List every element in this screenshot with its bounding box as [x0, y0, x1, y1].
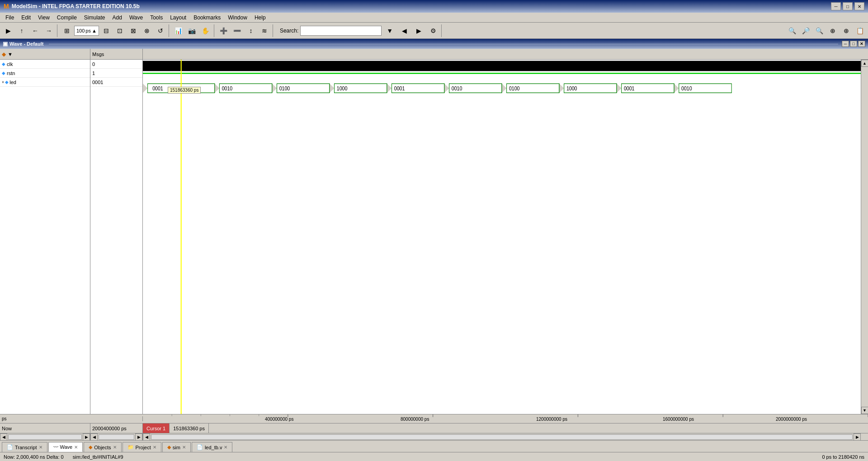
menu-bookmarks[interactable]: Bookmarks — [190, 14, 224, 22]
toolbar-zoom-plus-btn[interactable]: 🔍 — [813, 24, 826, 37]
menu-simulate[interactable]: Simulate — [80, 14, 109, 22]
waveform-svg-container[interactable]: 0001 0010 0100 1000 — [143, 60, 861, 414]
toolbar-zoom-in-btn[interactable]: ➕ — [217, 24, 230, 37]
h-scroll-right-arrow2[interactable]: ▶ — [135, 433, 142, 441]
wave-tab-label: Wave — [60, 444, 73, 450]
menu-edit[interactable]: Edit — [18, 14, 34, 22]
scroll-down-arrow[interactable]: ▼ — [861, 407, 868, 414]
h-scroll-left-arrow2[interactable]: ◀ — [90, 433, 98, 441]
toolbar-back-btn[interactable]: ← — [29, 24, 42, 37]
search-down-btn[interactable]: ▼ — [383, 24, 396, 37]
rstn-diamond-icon: ◆ — [2, 71, 5, 75]
toolbar-zoom-out-btn[interactable]: ➖ — [231, 24, 244, 37]
led-tb-label: led_tb.v — [205, 445, 222, 450]
toolbar-run-all-btn[interactable]: ⊟ — [100, 24, 113, 37]
search-input[interactable] — [300, 26, 382, 36]
close-button[interactable]: ✕ — [854, 2, 864, 10]
menu-help[interactable]: Help — [251, 14, 269, 22]
signal-row-clk[interactable]: ◆ clk — [0, 60, 90, 69]
toolbar-run-btn[interactable]: ▶ — [2, 24, 14, 37]
search-options-btn[interactable]: ⚙ — [427, 24, 439, 37]
h-scroll-main-track[interactable] — [151, 434, 853, 440]
objects-close[interactable]: ✕ — [113, 445, 117, 450]
minimize-button[interactable]: ─ — [831, 2, 841, 10]
toolbar-wave-btn[interactable]: 📊 — [172, 24, 185, 37]
menu-tools[interactable]: Tools — [146, 14, 166, 22]
wave-minimize-btn[interactable]: ─ — [842, 41, 849, 47]
led-tb-close[interactable]: ✕ — [224, 445, 227, 450]
led-expand-icon[interactable]: + — [2, 80, 4, 85]
toolbar-restart-btn[interactable]: ↑ — [15, 24, 28, 37]
toolbar-pause-btn[interactable]: ⊠ — [127, 24, 140, 37]
toolbar-cursor2-btn[interactable]: ⊕ — [826, 24, 839, 37]
status-sim-path: sim:/led_tb/#INITIAL#9 — [73, 454, 123, 460]
toolbar-reset-btn[interactable]: ↺ — [154, 24, 167, 37]
objects-label: Objects — [94, 445, 111, 450]
time-arrow[interactable]: ▲ — [92, 28, 97, 33]
toolbar-cursor3-btn[interactable]: ⊕ — [840, 24, 853, 37]
now-value-section: 2000400000 ps — [90, 423, 143, 433]
maximize-button[interactable]: □ — [843, 2, 853, 10]
led-diamond-icon: ◆ — [5, 80, 9, 85]
h-scroll-main-left[interactable]: ◀ — [143, 433, 150, 441]
project-icon: 📁 — [127, 444, 134, 450]
h-scroll-right-arrow-l[interactable]: ▶ — [83, 433, 90, 441]
toolbar-stop-btn[interactable]: ⊗ — [141, 24, 153, 37]
menu-file[interactable]: File — [2, 14, 18, 22]
toolbar-run-cont-btn[interactable]: ⊡ — [113, 24, 126, 37]
wave-tab-close[interactable]: ✕ — [74, 445, 78, 450]
signal-row-rstn[interactable]: ◆ rstn — [0, 69, 90, 78]
menu-bar: File Edit View Compile Simulate Add Wave… — [0, 13, 868, 23]
h-scroll-mid-track[interactable] — [99, 434, 134, 440]
transcript-close[interactable]: ✕ — [39, 445, 42, 450]
now-value: 2000400000 ps — [92, 426, 127, 431]
toolbar-report-btn[interactable]: 📋 — [854, 24, 866, 37]
tab-wave[interactable]: 〰 Wave ✕ — [48, 442, 83, 452]
toolbar-snap-btn[interactable]: 📷 — [186, 24, 198, 37]
h-scrollbar[interactable]: ◀ ▶ ◀ ▶ ◀ ▶ — [0, 433, 868, 440]
signal-row-led[interactable]: + ◆ led — [0, 78, 90, 87]
wave-close-btn[interactable]: ✕ — [858, 41, 865, 47]
menu-compile[interactable]: Compile — [53, 14, 80, 22]
led-wave-group: 0001 0010 0100 1000 — [143, 84, 861, 93]
toolbar-step-btn[interactable]: ⊞ — [61, 24, 73, 37]
toolbar-forward-btn[interactable]: → — [42, 24, 55, 37]
rstn-value: 1 — [92, 71, 95, 76]
timeline-left: ps — [0, 416, 143, 421]
toolbar-hand-btn[interactable]: ✋ — [199, 24, 212, 37]
sim-close[interactable]: ✕ — [182, 445, 186, 450]
search-next-btn[interactable]: ▶ — [412, 24, 425, 37]
status-bar: Now: 2,000,400 ns Delta: 0 sim:/led_tb/#… — [0, 452, 868, 461]
wave-maximize-btn[interactable]: □ — [850, 41, 857, 47]
group-arrow[interactable]: ▼ — [8, 52, 13, 57]
svg-text:1000: 1000 — [337, 85, 348, 91]
h-scroll-main-right[interactable]: ▶ — [854, 433, 861, 441]
scroll-track-vert[interactable] — [862, 67, 868, 407]
cursor-tooltip: 151863360 ps — [168, 87, 201, 94]
clk-value: 0 — [92, 61, 95, 67]
transcript-label: Transcript — [15, 445, 37, 450]
h-scroll-left-section: ◀ ▶ — [0, 433, 90, 441]
right-scrollbar[interactable]: ▲ ▼ — [861, 60, 868, 414]
timeline-label-1200: 1200000000 ps — [536, 417, 567, 422]
menu-wave[interactable]: Wave — [126, 14, 146, 22]
search-prev-btn[interactable]: ◀ — [398, 24, 410, 37]
toolbar-cursor-btn[interactable]: ↕ — [245, 24, 257, 37]
h-scroll-left-arrow[interactable]: ◀ — [0, 433, 7, 441]
toolbar-signal-btn[interactable]: ≋ — [258, 24, 271, 37]
tab-objects[interactable]: ◆ Objects ✕ — [84, 442, 121, 452]
tab-led-tb[interactable]: 📄 led_tb.v ✕ — [192, 442, 233, 452]
tab-transcript[interactable]: 📄 Transcript ✕ — [2, 442, 47, 452]
toolbar-zoom-full-btn[interactable]: 🔍 — [786, 24, 798, 37]
toolbar-zoom-minus-btn[interactable]: 🔎 — [799, 24, 812, 37]
menu-view[interactable]: View — [34, 14, 53, 22]
tab-sim[interactable]: ◆ sim ✕ — [162, 442, 191, 452]
menu-window[interactable]: Window — [224, 14, 251, 22]
tab-project[interactable]: 📁 Project ✕ — [123, 442, 161, 452]
scroll-up-arrow[interactable]: ▲ — [861, 60, 868, 67]
h-scroll-left-track[interactable] — [8, 434, 82, 440]
project-close[interactable]: ✕ — [153, 445, 156, 450]
msgs-header: Msgs — [90, 49, 143, 59]
menu-layout[interactable]: Layout — [166, 14, 190, 22]
menu-add[interactable]: Add — [109, 14, 126, 22]
